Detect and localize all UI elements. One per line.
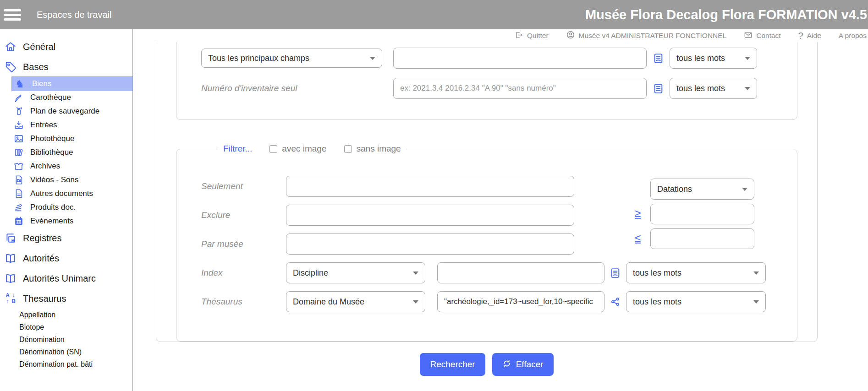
sidebar-item-autorites-unimarc[interactable]: Autorités Unimarc <box>0 268 132 288</box>
chevron-down-icon <box>745 57 750 60</box>
fields-words-select[interactable]: tous les mots <box>670 48 757 69</box>
thesaurus-select[interactable]: Domaine du Musée <box>286 291 425 312</box>
without-image-checkbox[interactable] <box>344 145 352 153</box>
papers-icon <box>14 202 24 212</box>
thesaurus-words-select[interactable]: tous les mots <box>626 291 766 312</box>
sidebar-item-videos-sons[interactable]: Vidéos - Sons <box>0 173 132 187</box>
index-book-icon[interactable] <box>647 83 670 94</box>
chevron-down-icon <box>745 87 750 90</box>
inventory-input[interactable] <box>393 78 647 99</box>
index-label: Index <box>201 268 286 278</box>
sidebar-item-entrees[interactable]: Entrées <box>0 118 132 132</box>
sidebar-item-general[interactable]: Général <box>0 37 132 57</box>
sidebar-item-denomination-pat-bati[interactable]: Dénomination pat. bâti <box>0 358 132 370</box>
utility-bar: Quitter Musée v4 ADMINISTRATEUR FONCTION… <box>133 29 868 42</box>
par-musee-label: Par musée <box>201 239 286 249</box>
books-icon <box>14 147 24 157</box>
datation-min-input[interactable] <box>650 204 754 224</box>
sidebar-item-autres-documents[interactable]: Autres documents <box>0 187 132 201</box>
sidebar-item-bibliotheque[interactable]: Bibliothèque <box>0 146 132 159</box>
exclure-input[interactable] <box>286 205 574 226</box>
par-musee-input[interactable] <box>286 234 574 255</box>
sidebar-item-denomination-sn[interactable]: Dénomination (SN) <box>0 346 132 358</box>
hamburger-icon <box>4 9 24 11</box>
sidebar-item-biotope[interactable]: Biotope <box>0 321 132 333</box>
aide-link[interactable]: ? Aide <box>798 31 821 41</box>
effacer-button[interactable]: Effacer <box>492 353 554 376</box>
rechercher-button[interactable]: Rechercher <box>420 353 485 376</box>
index-select[interactable]: Discipline <box>286 262 425 283</box>
inventory-label: Numéro d'inventaire seul <box>201 83 297 93</box>
seulement-input[interactable] <box>286 176 574 197</box>
sidebar-item-bases[interactable]: Bases <box>0 57 132 77</box>
video-file-icon <box>14 175 24 185</box>
user-icon <box>566 30 575 41</box>
sidebar-item-plan-de-sauvegarde[interactable]: Plan de sauvegarde <box>0 104 132 118</box>
chevron-down-icon <box>742 188 747 191</box>
workspace-label: Espaces de travail <box>37 10 111 20</box>
contact-link[interactable]: Contact <box>744 31 780 41</box>
index-book-icon[interactable] <box>647 53 670 64</box>
seulement-label: Seulement <box>201 181 286 191</box>
app-title: Musée Flora Decalog Flora FORMATION v4.5 <box>585 7 867 22</box>
user-menu[interactable]: Musée v4 ADMINISTRATEUR FONCTIONNEL <box>566 30 727 41</box>
greater-equal-link[interactable]: ≥ <box>635 206 641 219</box>
apropos-link[interactable]: A propos <box>839 32 867 40</box>
exclure-label: Exclure <box>201 210 286 220</box>
datations-select[interactable]: Datations <box>650 179 754 200</box>
sidebar: Général Bases ♞ Biens Carothèque Plan de… <box>0 29 133 391</box>
question-mark-icon: ? <box>798 31 803 41</box>
chevron-down-icon <box>370 57 375 60</box>
envelope-icon <box>744 31 753 41</box>
chevron-down-icon <box>753 300 759 304</box>
sidebar-item-appellation[interactable]: Appellation <box>0 309 132 321</box>
open-book-icon <box>5 272 16 284</box>
extinguisher-icon <box>14 106 24 116</box>
index-book-icon[interactable] <box>604 267 626 279</box>
carrot-icon <box>14 92 24 103</box>
without-image-option: sans image <box>344 144 401 154</box>
sidebar-item-denomination[interactable]: Dénomination <box>0 333 132 346</box>
content-scroll-area[interactable]: Tous les principaux champs tous les mots <box>133 42 868 391</box>
fields-select[interactable]: Tous les principaux champs <box>201 49 382 68</box>
action-buttons: Rechercher Effacer <box>156 353 818 376</box>
knight-icon: ♞ <box>14 79 26 89</box>
chevron-down-icon <box>413 272 418 275</box>
inventory-words-select[interactable]: tous les mots <box>670 78 757 99</box>
filter-fieldset: Filtrer... avec image sans image Seuleme… <box>176 144 797 342</box>
sidebar-item-carotheque[interactable]: Carothèque <box>0 91 132 104</box>
main-search-input[interactable] <box>393 48 647 69</box>
image-icon <box>14 134 24 144</box>
sidebar-item-registres[interactable]: Registres <box>0 228 132 248</box>
sidebar-item-evenements[interactable]: Evènements <box>0 214 132 228</box>
datation-max-input[interactable] <box>650 228 754 249</box>
sidebar-item-phototheque[interactable]: Photothèque <box>0 132 132 146</box>
sidebar-item-thesaurus[interactable]: A↓↑B Thesaurus <box>0 288 132 309</box>
datations-block: Datations ≥ ≤ <box>650 179 754 249</box>
sidebar-item-biens[interactable]: ♞ Biens <box>12 77 132 91</box>
chevron-down-icon <box>753 272 759 275</box>
registers-icon <box>5 232 16 244</box>
sidebar-item-produits-doc[interactable]: Produits doc. <box>0 201 132 214</box>
refresh-icon <box>502 359 511 370</box>
open-book-icon <box>5 252 16 264</box>
share-graph-icon[interactable] <box>604 296 626 307</box>
quitter-button[interactable]: Quitter <box>515 31 549 41</box>
with-image-option: avec image <box>269 144 326 154</box>
filtrer-link[interactable]: Filtrer... <box>223 144 252 154</box>
document-icon <box>14 189 24 199</box>
index-input[interactable] <box>437 262 604 283</box>
with-image-checkbox[interactable] <box>269 145 277 153</box>
tag-icon <box>5 61 16 73</box>
sidebar-item-autorites[interactable]: Autorités <box>0 248 132 268</box>
inbox-download-icon <box>14 120 24 130</box>
less-equal-link[interactable]: ≤ <box>635 231 641 244</box>
sidebar-item-archives[interactable]: Archives <box>0 159 132 173</box>
calendar-icon <box>14 216 24 226</box>
main-area: Quitter Musée v4 ADMINISTRATEUR FONCTION… <box>133 29 868 391</box>
search-card: Tous les principaux champs tous les mots <box>156 42 818 342</box>
filter-legend: Filtrer... avec image sans image <box>218 144 407 154</box>
thesaurus-input[interactable] <box>437 291 604 312</box>
index-words-select[interactable]: tous les mots <box>626 262 766 283</box>
menu-button[interactable] <box>4 5 24 24</box>
